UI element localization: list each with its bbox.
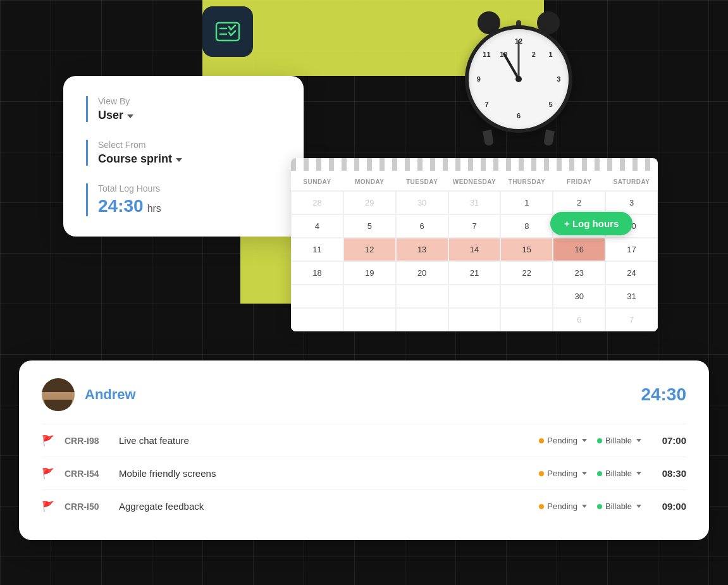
status-label: Pending	[547, 469, 577, 478]
calendar-cell: 22	[500, 261, 553, 285]
calendar-cell: 7	[605, 308, 658, 331]
calendar-cell	[291, 308, 343, 331]
clock-num-6: 6	[517, 112, 521, 120]
calendar-cell: 30	[396, 191, 448, 214]
calendar-cell: 29	[343, 191, 396, 214]
user-row: Andrew 24:30	[42, 378, 686, 411]
task-row: 🚩 CRR-I98 Live chat feature Pending Bill…	[42, 424, 686, 457]
clock-num-3: 3	[557, 75, 560, 83]
task-id: CRR-I98	[65, 436, 109, 446]
calendar-cell: 4	[291, 214, 343, 238]
view-by-section: View By User	[86, 96, 281, 122]
status-chevron-icon	[582, 472, 587, 475]
billing-label: Billable	[605, 502, 632, 511]
billing-chevron-icon	[636, 505, 641, 508]
task-id: CRR-I54	[65, 469, 109, 479]
user-name: Andrew	[85, 386, 631, 403]
view-by-chevron-icon	[127, 114, 133, 118]
clock-num-9: 9	[477, 75, 481, 83]
pending-dot	[539, 504, 544, 509]
billing-dropdown[interactable]: Billable	[597, 469, 641, 478]
total-log-section: Total Log Hours 24:30 hrs	[86, 183, 281, 216]
total-log-suffix: hrs	[147, 203, 161, 214]
user-total-hours: 24:30	[641, 385, 686, 405]
billing-chevron-icon	[636, 472, 641, 475]
billing-dropdown[interactable]: Billable	[597, 502, 641, 511]
calendar-cell: 31	[605, 285, 658, 308]
calendar-cell: 19	[343, 261, 396, 285]
calendar-cell: 1	[500, 191, 553, 214]
calendar-cell	[448, 308, 501, 331]
avatar-hair	[42, 378, 75, 392]
select-from-chevron-icon	[176, 158, 182, 162]
billing-label: Billable	[605, 436, 632, 445]
task-time: 07:00	[651, 435, 686, 446]
calendar-cell: 13	[396, 238, 448, 261]
select-from-value: Course sprint	[98, 152, 172, 166]
calendar-cell	[343, 285, 396, 308]
view-by-dropdown[interactable]: User	[98, 109, 281, 122]
calendar-cell	[396, 308, 448, 331]
calendar-cell: 12	[343, 238, 396, 261]
status-dropdown[interactable]: Pending	[539, 469, 587, 478]
avatar	[42, 378, 75, 411]
calendar-cell	[396, 285, 448, 308]
view-by-label: View By	[98, 96, 281, 106]
calendar-header: SUNDAYMONDAYTUESDAYWEDNESDAYTHURSDAYFRID…	[291, 171, 658, 191]
calendar-cell: 31	[448, 191, 501, 214]
calendar-cell: 14	[448, 238, 501, 261]
status-dropdown[interactable]: Pending	[539, 436, 587, 445]
calendar-cell: 21	[448, 261, 501, 285]
clock-num-2: 2	[532, 51, 536, 58]
calendar-cell: 2	[553, 191, 605, 214]
filter-card: View By User Select From Course sprint T…	[63, 76, 304, 237]
status-label: Pending	[547, 436, 577, 445]
log-hours-button[interactable]: + Log hours	[550, 212, 632, 235]
calendar-cell: 8	[500, 214, 553, 238]
status-label: Pending	[547, 502, 577, 511]
calendar-day-header: TUESDAY	[396, 176, 448, 188]
task-time: 08:30	[651, 468, 686, 479]
calendar-cell: 3	[605, 191, 658, 214]
pending-dot	[539, 471, 544, 476]
calendar-cell: 5	[343, 214, 396, 238]
calendar-day-header: SUNDAY	[291, 176, 343, 188]
calendar-cell: 18	[291, 261, 343, 285]
select-from-section: Select From Course sprint	[86, 140, 281, 166]
calendar-cell	[448, 285, 501, 308]
calendar-cell: 6	[396, 214, 448, 238]
billable-dot	[597, 504, 602, 509]
calendar-cell	[500, 308, 553, 331]
clock-foot-right	[543, 130, 555, 146]
clock-foot-left	[483, 130, 494, 146]
total-log-value: 24:30 hrs	[98, 196, 281, 216]
bottom-card: Andrew 24:30 🚩 CRR-I98 Live chat feature…	[19, 360, 709, 540]
task-flag-icon: 🚩	[42, 467, 54, 479]
calendar-day-header: WEDNESDAY	[448, 176, 501, 188]
task-list: 🚩 CRR-I98 Live chat feature Pending Bill…	[42, 424, 686, 522]
clock-num-5: 5	[548, 101, 552, 108]
billing-dropdown[interactable]: Billable	[597, 436, 641, 445]
status-dropdown[interactable]: Pending	[539, 502, 587, 511]
calendar-cell	[291, 285, 343, 308]
calendar-day-header: MONDAY	[343, 176, 396, 188]
task-name: Live chat feature	[119, 435, 529, 446]
billing-label: Billable	[605, 469, 632, 478]
pending-dot	[539, 438, 544, 443]
task-flag-icon: 🚩	[42, 434, 54, 446]
calendar-cell: 15	[500, 238, 553, 261]
billable-dot	[597, 471, 602, 476]
billable-dot	[597, 438, 602, 443]
task-name: Mobile friendly screens	[119, 468, 529, 479]
calendar-spiral	[291, 158, 658, 171]
clock-center-dot	[515, 76, 522, 82]
task-id: CRR-I50	[65, 502, 109, 512]
clock-num-11: 11	[483, 51, 490, 58]
select-from-dropdown[interactable]: Course sprint	[98, 152, 281, 166]
total-log-hours: 24:30	[98, 196, 144, 216]
calendar-cell	[500, 285, 553, 308]
calendar-cell: 17	[605, 238, 658, 261]
calendar-cell: 23	[553, 261, 605, 285]
calendar-cell: 7	[448, 214, 501, 238]
clock-num-1: 1	[548, 51, 552, 58]
